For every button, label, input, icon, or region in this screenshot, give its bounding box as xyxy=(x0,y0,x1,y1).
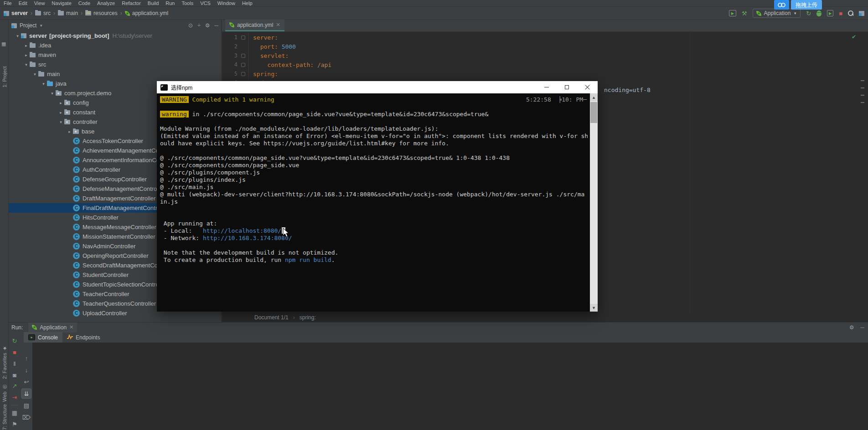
scroll-to-end-icon[interactable]: ⇊ xyxy=(21,389,31,399)
breadcrumb-item-server[interactable]: server xyxy=(4,10,28,16)
terminal-link[interactable]: npm run build xyxy=(285,256,331,263)
project-structure-icon[interactable] xyxy=(859,11,864,16)
netdisk-icon[interactable] xyxy=(774,0,789,10)
search-everywhere-icon[interactable] xyxy=(848,10,853,16)
terminal-link[interactable]: http://10.168.3.174:8080/ xyxy=(203,235,292,241)
sidebar-item-2--favorites[interactable]: 2: Favorites★ xyxy=(0,337,9,379)
fold-marker-icon[interactable] xyxy=(241,36,245,40)
sidebar-item-7--structure[interactable]: 7: Structure xyxy=(0,404,9,430)
run-tab-application[interactable]: Application ✕ xyxy=(28,322,77,333)
menu-item-view[interactable]: View xyxy=(34,0,45,6)
pause-icon[interactable]: ‖ xyxy=(10,359,20,369)
console-output-area[interactable] xyxy=(32,343,868,430)
hide-run-panel-icon[interactable]: ─ xyxy=(860,324,864,331)
print-icon[interactable]: ▤ xyxy=(21,400,31,410)
settings-icon[interactable]: ⚙ xyxy=(205,22,210,29)
stop-icon[interactable]: ■ xyxy=(839,10,842,16)
locate-file-icon[interactable]: ⊙ xyxy=(188,22,193,29)
build-hammer-icon[interactable]: ⚒ xyxy=(742,10,747,16)
breadcrumb-document[interactable]: Document 1/1 xyxy=(254,314,289,321)
chevron-right-icon[interactable]: ▸ xyxy=(57,110,64,115)
menu-item-tools[interactable]: Tools xyxy=(181,0,193,6)
code-line: 2 port: 5000 xyxy=(222,42,868,51)
tree-item--idea[interactable]: ▸.idea xyxy=(9,41,221,50)
terminal-title-bar[interactable]: 选择npm xyxy=(157,81,598,93)
menu-item-edit[interactable]: Edit xyxy=(19,0,27,6)
chevron-right-icon[interactable]: ▸ xyxy=(23,43,30,48)
breadcrumb-item-src[interactable]: src xyxy=(35,10,51,16)
terminal-output[interactable]: WARNING Compiled with 1 warning5:22:58 ╞… xyxy=(157,93,598,312)
tree-item-server[interactable]: ▾server[project-spring_boot]H:\study\ser… xyxy=(9,31,221,41)
run-configuration-select[interactable]: Application ▼ xyxy=(753,9,801,18)
tab-console[interactable]: ▸Console xyxy=(24,332,62,343)
menu-item-navigate[interactable]: Navigate xyxy=(52,0,71,6)
thread-dump-icon[interactable]: ◙ xyxy=(10,370,20,380)
close-icon[interactable]: ✕ xyxy=(276,22,280,28)
rerun-application-icon[interactable]: ↻ xyxy=(806,10,811,16)
run-with-profiler-icon[interactable]: ▶ xyxy=(827,10,833,16)
restore-layout-icon[interactable]: ▦ xyxy=(10,408,20,418)
tool-windows-widget-icon[interactable]: ▦ xyxy=(1,41,6,47)
menu-item-refactor[interactable]: Refactor xyxy=(122,0,141,6)
tree-item-src[interactable]: ▾src xyxy=(9,60,221,69)
soft-wrap-icon[interactable]: ↩ xyxy=(21,377,31,387)
minimize-button[interactable] xyxy=(536,81,557,93)
menu-item-window[interactable]: Window xyxy=(217,0,235,6)
chevron-down-icon[interactable]: ▾ xyxy=(14,34,21,38)
collapse-all-icon[interactable]: ÷ xyxy=(197,22,201,29)
tab-endpoints[interactable]: Endpoints xyxy=(62,332,104,343)
scrollbar-thumb[interactable] xyxy=(590,102,597,123)
menu-item-build[interactable]: Build xyxy=(148,0,159,6)
folder-icon xyxy=(30,43,36,48)
scroll-up-icon[interactable]: ▲ xyxy=(590,93,598,101)
attach-debugger-icon[interactable]: ↗ xyxy=(10,382,20,391)
fold-marker-icon[interactable] xyxy=(241,72,245,76)
exit-icon[interactable]: ⇥ xyxy=(10,393,20,402)
chevron-down-icon[interactable]: ▾ xyxy=(40,82,47,86)
chevron-down-icon[interactable]: ▾ xyxy=(57,120,64,124)
breadcrumb-item-main[interactable]: main xyxy=(58,10,78,16)
stop-icon[interactable]: ■ xyxy=(10,348,20,357)
pin-tab-icon[interactable]: ⚑ xyxy=(10,420,20,429)
menu-item-vcs[interactable]: VCS xyxy=(200,0,211,6)
fold-marker-icon[interactable] xyxy=(241,54,245,58)
debug-icon[interactable] xyxy=(816,10,822,16)
down-stacktrace-icon[interactable]: ↓ xyxy=(21,365,31,375)
menu-item-analyze[interactable]: Analyze xyxy=(97,0,115,6)
scroll-down-icon[interactable]: ▼ xyxy=(590,304,598,312)
chevron-down-icon[interactable]: ▾ xyxy=(23,62,30,67)
fold-marker-icon[interactable] xyxy=(241,63,245,67)
clear-console-icon[interactable]: ⌦ xyxy=(21,412,31,422)
breadcrumb-node[interactable]: spring: xyxy=(300,314,316,321)
rerun-icon[interactable]: ↻ xyxy=(10,336,20,346)
run-settings-icon[interactable]: ⚙ xyxy=(849,324,854,331)
terminal-scrollbar[interactable]: ▲ ▼ xyxy=(590,93,598,312)
chevron-down-icon[interactable]: ▾ xyxy=(49,91,56,96)
breadcrumb-item-resources[interactable]: resources xyxy=(85,10,118,16)
chevron-down-icon[interactable]: ▾ xyxy=(31,72,38,77)
chevron-right-icon[interactable]: ▸ xyxy=(23,53,30,57)
sidebar-item-project[interactable]: 1: Project xyxy=(0,48,9,87)
tree-item-main[interactable]: ▾main xyxy=(9,69,221,79)
terminal-line: in.js xyxy=(160,198,588,205)
menu-item-run[interactable]: Run xyxy=(165,0,175,6)
sidebar-item-web[interactable]: Web◎ xyxy=(0,382,9,402)
up-stacktrace-icon[interactable]: ↑ xyxy=(21,353,31,363)
chevron-right-icon[interactable]: ▸ xyxy=(66,129,73,134)
tree-item-maven[interactable]: ▸maven xyxy=(9,50,221,60)
menu-item-code[interactable]: Code xyxy=(78,0,90,6)
terminal-link[interactable]: http://localhost:8080/ xyxy=(203,227,281,234)
hide-panel-icon[interactable]: ─ xyxy=(214,22,218,29)
chevron-right-icon[interactable]: ▸ xyxy=(57,101,64,105)
close-icon[interactable]: ✕ xyxy=(69,324,73,330)
maximize-button[interactable] xyxy=(557,81,577,93)
run-anything-icon[interactable]: ▶ xyxy=(729,10,736,16)
breadcrumb-item-application-yml[interactable]: application.yml xyxy=(125,10,168,16)
close-button[interactable] xyxy=(577,81,598,93)
tab-application-yml[interactable]: application.yml ✕ xyxy=(225,20,284,31)
terminal-line xyxy=(160,103,588,111)
menu-item-help[interactable]: Help xyxy=(242,0,253,6)
inspections-ok-icon[interactable]: ✔ xyxy=(852,34,856,40)
chevron-down-icon[interactable]: ▼ xyxy=(39,24,43,28)
menu-item-file[interactable]: File xyxy=(4,0,12,6)
